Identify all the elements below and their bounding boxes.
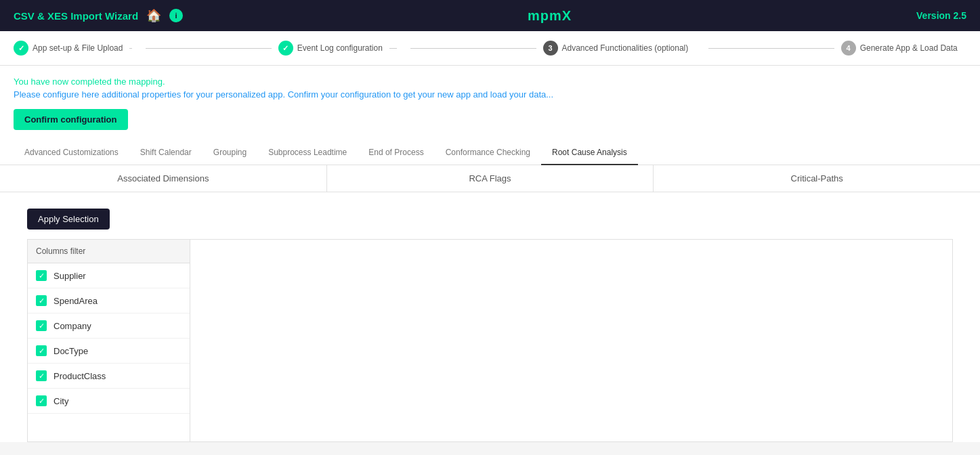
step-connector-1: [146, 48, 271, 49]
tab-root-cause-analysis[interactable]: Root Cause Analysis: [541, 141, 638, 165]
config-message: Please configure here additional propert…: [14, 89, 966, 100]
completion-message: You have now completed the mapping.: [14, 77, 966, 87]
wizard-step-3: 3 Advanced Functionalities (optional): [543, 41, 702, 56]
tabs-bar: Advanced Customizations Shift Calendar G…: [0, 141, 980, 165]
navbar-left: CSV & XES Import Wizard 🏠 i: [14, 8, 183, 23]
app-title: CSV & XES Import Wizard: [14, 10, 138, 22]
filter-panel: Columns filter SupplierSpendAreaCompanyD…: [28, 240, 190, 441]
tab-subprocess-leadtime[interactable]: Subprocess Leadtime: [257, 141, 358, 165]
filter-label-doctype: DocType: [54, 346, 88, 356]
filter-item-spendarea[interactable]: SpendArea: [28, 288, 190, 313]
filter-item-city[interactable]: City: [28, 389, 190, 414]
wizard-step-1: ✓ App set-up & File Upload: [14, 41, 139, 56]
tab-shift-calendar[interactable]: Shift Calendar: [129, 141, 203, 165]
inner-content: Associated Dimensions RCA Flags Critical…: [14, 165, 966, 442]
navbar: CSV & XES Import Wizard 🏠 i mpmX Version…: [0, 0, 980, 31]
filter-label-supplier: Supplier: [54, 271, 86, 281]
filter-item-productclass[interactable]: ProductClass: [28, 364, 190, 389]
filter-label-company: Company: [54, 321, 91, 331]
filter-label-productclass: ProductClass: [54, 371, 106, 381]
app-logo: mpmX: [528, 8, 572, 24]
filter-list: SupplierSpendAreaCompanyDocTypeProductCl…: [28, 263, 190, 414]
wizard-step-2: ✓ Event Log configuration: [278, 41, 404, 56]
sub-tab-rca-flags[interactable]: RCA Flags: [327, 165, 654, 192]
info-icon[interactable]: i: [169, 9, 183, 22]
apply-selection-area: Apply Selection: [14, 192, 966, 239]
filter-label-spendarea: SpendArea: [54, 296, 98, 306]
tab-end-of-process[interactable]: End of Process: [358, 141, 434, 165]
filter-item-supplier[interactable]: Supplier: [28, 263, 190, 288]
wizard-steps: ✓ App set-up & File Upload ✓ Event Log c…: [0, 31, 980, 66]
step-1-circle: ✓: [14, 41, 28, 56]
wizard-step-4: 4 Generate App & Load Data: [841, 41, 966, 56]
tab-grouping[interactable]: Grouping: [203, 141, 257, 165]
checkbox-doctype[interactable]: [36, 345, 47, 356]
sub-tab-critical-paths[interactable]: Critical-Paths: [654, 165, 980, 192]
checkbox-productclass[interactable]: [36, 370, 47, 381]
main-content: You have now completed the mapping. Plea…: [0, 66, 980, 442]
step-3-label: Advanced Functionalities (optional): [562, 43, 689, 53]
apply-selection-button[interactable]: Apply Selection: [27, 209, 110, 230]
confirm-config-button[interactable]: Confirm configuration: [14, 109, 128, 130]
step-2-label: Event Log configuration: [297, 43, 383, 53]
step-4-label: Generate App & Load Data: [860, 43, 958, 53]
right-panel: [190, 240, 952, 441]
step-4-circle: 4: [841, 41, 856, 56]
step-1-label: App set-up & File Upload: [33, 43, 123, 53]
version-label: Version 2.5: [916, 10, 966, 21]
checkbox-spendarea[interactable]: [36, 295, 47, 306]
filter-header: Columns filter: [28, 240, 190, 263]
checkbox-company[interactable]: [36, 320, 47, 331]
tab-advanced-customizations[interactable]: Advanced Customizations: [14, 141, 129, 165]
filter-item-company[interactable]: Company: [28, 313, 190, 339]
tab-conformance-checking[interactable]: Conformance Checking: [435, 141, 541, 165]
step-3-circle: 3: [543, 41, 558, 56]
step-2-circle: ✓: [278, 41, 293, 56]
step-connector-3: [708, 48, 834, 49]
content-area: Columns filter SupplierSpendAreaCompanyD…: [27, 239, 953, 442]
checkbox-city[interactable]: [36, 395, 47, 406]
checkbox-supplier[interactable]: [36, 270, 47, 281]
step-connector-2: [410, 48, 536, 49]
filter-item-doctype[interactable]: DocType: [28, 339, 190, 364]
filter-label-city: City: [54, 396, 68, 406]
sub-tabs-bar: Associated Dimensions RCA Flags Critical…: [0, 165, 980, 192]
sub-tab-associated-dimensions[interactable]: Associated Dimensions: [0, 165, 327, 192]
home-icon[interactable]: 🏠: [146, 8, 161, 23]
